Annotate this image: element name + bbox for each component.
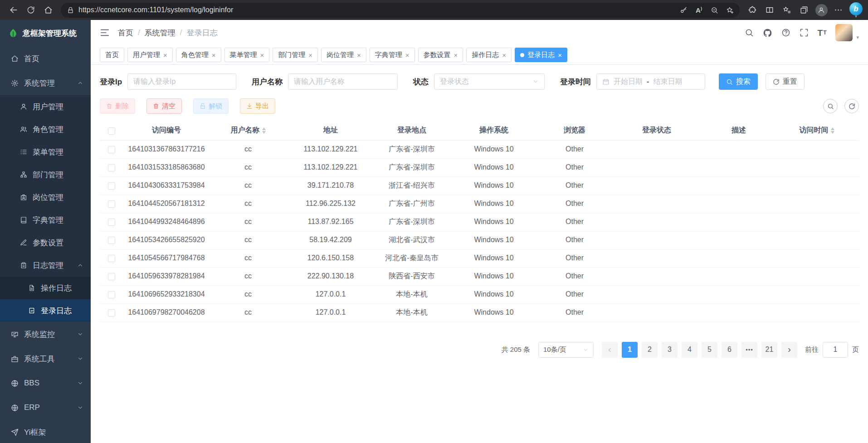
date-range-picker[interactable]: 开始日期 - 结束日期 [596,73,705,90]
select-all-checkbox[interactable] [108,127,115,135]
avatar-caret-icon[interactable]: ▾ [856,34,859,40]
clear-button[interactable]: 清空 [146,98,182,114]
tab-login-log[interactable]: 登录日志× [515,48,567,62]
row-checkbox[interactable] [108,146,115,153]
more-pages-button[interactable]: ••• [741,342,757,358]
row-checkbox[interactable] [108,200,115,208]
row-checkbox[interactable] [108,291,115,298]
toggle-search-button[interactable] [823,99,838,113]
search-button[interactable]: 搜索 [719,73,758,90]
page-size-select[interactable]: 10条/页 [538,342,594,358]
unlock-button[interactable]: 解锁 [193,98,229,114]
bing-chat-button[interactable]: b ▾ [849,2,863,18]
collections-button[interactable] [796,2,812,18]
table-row[interactable]: 1641059633978281984 cc 222.90.130.18 陕西省… [100,267,859,285]
tab-close-icon[interactable]: × [405,52,410,58]
fullscreen-button[interactable] [800,24,809,41]
row-checkbox[interactable] [108,237,115,244]
add-favorite-button[interactable] [722,3,737,17]
login-ip-input[interactable] [133,78,230,86]
header-search-button[interactable] [745,24,754,41]
page-button-last[interactable]: 21 [761,342,777,358]
breadcrumb-item-home[interactable]: 首页 [118,28,133,38]
split-screen-button[interactable] [761,2,778,18]
tab-close-icon[interactable]: × [260,52,264,58]
sidebar-item-dept-mgmt[interactable]: 部门管理 [0,163,91,186]
sidebar-item-login-log[interactable]: 登录日志 [0,299,91,322]
delete-button[interactable]: 删除 [100,98,135,114]
table-row[interactable]: 1641054566717984768 cc 120.6.150.158 河北省… [100,249,859,267]
tab-dict-mgmt[interactable]: 字典管理× [370,48,415,62]
zoom-out-button[interactable] [707,3,722,17]
next-page-button[interactable]: › [781,342,797,358]
status-select[interactable]: 登录状态 [434,73,545,90]
tab-role-mgmt[interactable]: 角色管理× [176,48,221,62]
row-checkbox[interactable] [108,219,115,226]
goto-page-input[interactable] [823,342,848,358]
sidebar-item-dict-mgmt[interactable]: 字典管理 [0,209,91,231]
prev-page-button[interactable]: ‹ [602,342,618,358]
sidebar-item-operation-log[interactable]: 操作日志 [0,277,91,299]
table-row[interactable]: 1641069652933218304 cc 127.0.0.1 本地-本机 W… [100,285,859,303]
reset-button[interactable]: 重置 [766,73,805,90]
sidebar-item-role-mgmt[interactable]: 角色管理 [0,118,91,141]
sidebar-group-bbs[interactable]: BBS [0,371,91,395]
row-checkbox[interactable] [108,255,115,262]
browser-settings-menu-button[interactable]: ⋯ [830,2,847,18]
browser-refresh-button[interactable] [23,2,39,18]
tab-close-icon[interactable]: × [308,52,312,58]
font-size-button[interactable]: TT [818,24,827,41]
tab-user-mgmt[interactable]: 用户管理× [127,48,173,62]
browser-home-button[interactable] [40,2,56,18]
page-button-2[interactable]: 2 [642,342,658,358]
sidebar-item-yi-framework[interactable]: Yi框架 [0,420,91,443]
table-row[interactable]: 1641044993248464896 cc 113.87.92.165 广东省… [100,213,859,231]
breadcrumb-item-system[interactable]: 系统管理 [145,28,176,38]
password-key-button[interactable] [676,3,691,17]
url-text[interactable]: https://ccnetcore.com:1101/system/log/lo… [78,6,676,14]
extensions-button[interactable] [744,2,761,18]
tab-param-settings[interactable]: 参数设置× [418,48,463,62]
col-access-time[interactable]: 访问时间 [775,121,859,140]
tab-close-icon[interactable]: × [502,52,506,58]
tab-close-icon[interactable]: × [454,52,458,58]
sidebar-group-monitor[interactable]: 系统监控 [0,322,91,346]
table-row[interactable]: 1641031367863177216 cc 113.102.129.221 广… [100,140,859,158]
row-checkbox[interactable] [108,273,115,280]
tab-menu-mgmt[interactable]: 菜单管理× [224,48,270,62]
page-button-3[interactable]: 3 [662,342,678,358]
tab-close-icon[interactable]: × [163,52,167,58]
sidebar-item-home[interactable]: 首页 [0,46,91,71]
sort-carets-icon[interactable] [831,126,834,136]
tab-operation-log[interactable]: 操作日志× [466,48,512,62]
refresh-table-button[interactable] [844,99,859,113]
page-button-1[interactable]: 1 [622,342,638,358]
tab-close-icon[interactable]: × [558,52,562,58]
sidebar-group-erp[interactable]: ERP [0,395,91,420]
help-button[interactable] [781,24,790,41]
row-checkbox[interactable] [108,182,115,190]
table-row[interactable]: 1641044520567181312 cc 112.96.225.132 广东… [100,195,859,213]
github-button[interactable] [763,24,772,41]
table-row[interactable]: 1641043063331753984 cc 39.171.210.78 浙江省… [100,176,859,195]
sidebar-item-menu-mgmt[interactable]: 菜单管理 [0,141,91,163]
favorites-button[interactable] [779,2,795,18]
page-button-6[interactable]: 6 [722,342,737,358]
page-button-5[interactable]: 5 [702,342,717,358]
user-avatar[interactable] [835,24,853,41]
sidebar-item-post-mgmt[interactable]: 岗位管理 [0,186,91,209]
export-button[interactable]: 导出 [240,98,275,114]
tab-home[interactable]: 首页 [100,48,124,62]
row-checkbox[interactable] [108,164,115,171]
sidebar-group-system-mgmt[interactable]: 系统管理 [0,71,91,95]
tab-post-mgmt[interactable]: 岗位管理× [321,48,366,62]
address-bar[interactable]: https://ccnetcore.com:1101/system/log/lo… [61,3,740,18]
username-input[interactable] [294,78,392,86]
collapse-sidebar-button[interactable] [100,28,110,38]
col-username[interactable]: 用户名称 [210,121,287,140]
table-row[interactable]: 1641069798270046208 cc 127.0.0.1 本地-本机 W… [100,303,859,321]
table-row[interactable]: 1641031533185863680 cc 113.102.129.221 广… [100,158,859,176]
tab-close-icon[interactable]: × [212,52,216,58]
table-row[interactable]: 1641053426655825920 cc 58.19.42.209 湖北省-… [100,231,859,249]
sidebar-item-param-settings[interactable]: 参数设置 [0,231,91,254]
